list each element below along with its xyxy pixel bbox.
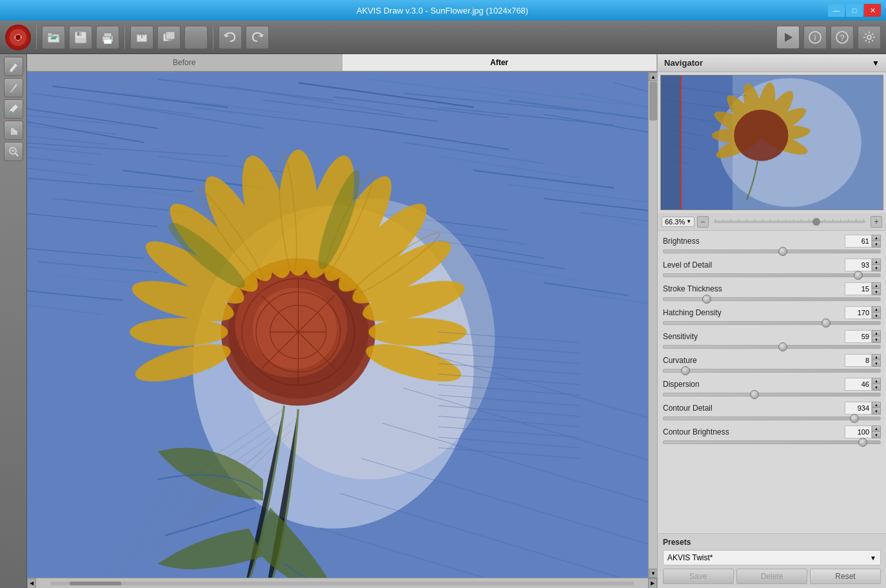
presets-selected: AKVIS Twist* — [667, 553, 713, 562]
batch-button[interactable] — [157, 26, 181, 49]
param-slider-thumb-7[interactable] — [850, 414, 859, 423]
minimize-button[interactable]: — — [828, 4, 845, 17]
run-button[interactable] — [776, 26, 800, 49]
svg-point-151 — [734, 110, 788, 161]
open-button[interactable] — [42, 26, 65, 49]
scroll-down-arrow[interactable]: ▼ — [649, 569, 657, 578]
param-slider-thumb-2[interactable] — [702, 295, 711, 304]
undo-button[interactable] — [219, 26, 242, 49]
param-spin-down-0[interactable]: ▼ — [872, 241, 881, 248]
info-button[interactable]: i — [803, 26, 827, 49]
close-button[interactable]: ✕ — [864, 4, 881, 17]
param-slider-1[interactable] — [663, 273, 881, 277]
param-spin-up-5[interactable]: ▲ — [872, 354, 881, 360]
redo-button[interactable] — [246, 26, 269, 49]
canvas-viewport[interactable]: ▲ ▼ — [27, 72, 657, 578]
scroll-right-arrow[interactable]: ▶ — [648, 578, 657, 589]
param-slider-thumb-8[interactable] — [858, 438, 867, 447]
param-spin-down-4[interactable]: ▼ — [872, 337, 881, 343]
param-value-0[interactable]: 61 — [845, 235, 872, 248]
scroll-left-arrow[interactable]: ◀ — [27, 578, 36, 589]
param-spin-2: ▲▼ — [872, 282, 881, 295]
preferences-button[interactable] — [858, 26, 881, 49]
param-slider-thumb-5[interactable] — [681, 366, 690, 375]
zoom-value-display[interactable]: 66.3% ▼ — [662, 217, 694, 227]
param-slider-2[interactable] — [663, 297, 881, 301]
param-spin-1: ▲▼ — [872, 259, 881, 271]
brush-tool[interactable] — [4, 99, 23, 119]
param-slider-6[interactable] — [663, 393, 881, 397]
param-spin-down-2[interactable]: ▼ — [872, 289, 881, 295]
canvas-scrollbar-vertical[interactable]: ▲ ▼ — [648, 72, 657, 578]
param-spin-up-4[interactable]: ▲ — [872, 330, 881, 337]
pen-tool[interactable] — [4, 78, 23, 97]
param-spin-up-1[interactable]: ▲ — [872, 259, 881, 265]
svg-rect-152 — [661, 75, 681, 210]
help-button[interactable]: ? — [831, 26, 854, 49]
param-spin-down-7[interactable]: ▼ — [872, 408, 881, 415]
toolbar-right: i ? — [776, 26, 881, 49]
param-value-6[interactable]: 46 — [845, 378, 872, 391]
navigator-header: Navigator ▼ — [658, 54, 886, 72]
param-slider-5[interactable] — [663, 369, 881, 373]
param-slider-thumb-4[interactable] — [778, 342, 787, 351]
presets-reset-button[interactable]: Reset — [810, 569, 881, 584]
param-spin-up-3[interactable]: ▲ — [872, 306, 881, 313]
svg-rect-7 — [75, 38, 86, 43]
param-value-1[interactable]: 93 — [845, 259, 872, 271]
save-button[interactable] — [69, 26, 92, 49]
param-value-8[interactable]: 100 — [845, 426, 872, 438]
title-bar-controls: — □ ✕ — [828, 4, 881, 17]
param-label-6: Dispersion — [663, 380, 700, 389]
svg-rect-3 — [48, 33, 52, 36]
navigator-collapse-icon[interactable]: ▼ — [872, 59, 880, 68]
param-slider-thumb-6[interactable] — [750, 390, 759, 399]
param-value-7[interactable]: 934 — [845, 402, 872, 415]
param-spin-up-8[interactable]: ▲ — [872, 426, 881, 432]
param-spin-down-3[interactable]: ▼ — [872, 313, 881, 319]
param-spin-up-0[interactable]: ▲ — [872, 235, 881, 241]
title-bar-text: AKVIS Draw v.3.0 - SunFlower.jpg (1024x7… — [57, 6, 828, 15]
scroll-h-thumb[interactable] — [70, 582, 121, 585]
param-value-4[interactable]: 59 — [845, 330, 872, 343]
zoom-slider[interactable] — [714, 220, 865, 223]
zoom-minus-button[interactable]: − — [697, 216, 709, 228]
scroll-up-arrow[interactable]: ▲ — [649, 72, 657, 81]
zoom-plus-button[interactable]: + — [871, 216, 882, 228]
param-slider-7[interactable] — [663, 416, 881, 420]
param-spin-down-8[interactable]: ▼ — [872, 432, 881, 438]
print-button[interactable] — [96, 26, 119, 49]
export-button[interactable] — [130, 26, 153, 49]
param-slider-0[interactable] — [663, 250, 881, 253]
param-spin-6: ▲▼ — [872, 378, 881, 391]
tab-after[interactable]: After — [342, 54, 658, 71]
hand-tool[interactable] — [4, 121, 23, 140]
param-spin-up-2[interactable]: ▲ — [872, 282, 881, 289]
param-value-2[interactable]: 15 — [845, 282, 872, 295]
presets-save-button[interactable]: Save — [663, 569, 734, 584]
settings-button[interactable] — [184, 26, 208, 49]
param-slider-4[interactable] — [663, 345, 881, 349]
param-value-5[interactable]: 8 — [845, 354, 872, 367]
presets-delete-button[interactable]: Delete — [736, 569, 807, 584]
tab-before[interactable]: Before — [27, 54, 342, 71]
param-spin-down-6[interactable]: ▼ — [872, 384, 881, 391]
maximize-button[interactable]: □ — [846, 4, 863, 17]
param-slider-8[interactable] — [663, 440, 881, 444]
param-slider-thumb-3[interactable] — [822, 318, 831, 328]
param-slider-thumb-0[interactable] — [778, 247, 787, 256]
param-spin-down-1[interactable]: ▼ — [872, 265, 881, 271]
scroll-v-thumb[interactable] — [649, 82, 657, 121]
canvas-scrollbar-horizontal[interactable]: ◀ ▶ — [27, 578, 657, 588]
param-spin-down-5[interactable]: ▼ — [872, 360, 881, 367]
zoom-tool[interactable] — [4, 142, 23, 161]
presets-dropdown[interactable]: AKVIS Twist* ▼ — [663, 550, 881, 565]
param-spin-up-7[interactable]: ▲ — [872, 402, 881, 408]
zoom-slider-thumb[interactable] — [812, 218, 820, 226]
app-logo — [5, 24, 31, 50]
param-slider-thumb-1[interactable] — [854, 271, 863, 280]
param-spin-up-6[interactable]: ▲ — [872, 378, 881, 384]
param-slider-3[interactable] — [663, 321, 881, 325]
pencil-tool[interactable] — [4, 57, 23, 76]
param-value-3[interactable]: 170 — [845, 306, 872, 319]
